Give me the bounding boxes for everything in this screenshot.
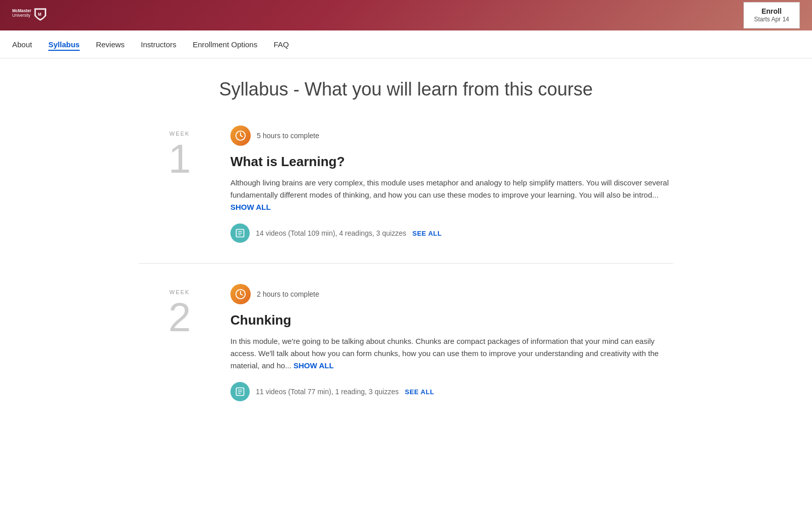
week-title-1: What is Learning?: [230, 154, 673, 170]
nav-item-syllabus[interactable]: Syllabus: [48, 38, 80, 51]
nav-item-faq[interactable]: FAQ: [274, 38, 289, 51]
enroll-label: Enroll: [754, 7, 789, 16]
logo-text: McMaster University M: [12, 4, 48, 26]
show-all-link-1[interactable]: SHOW ALL: [230, 203, 270, 211]
week-desc-2: In this module, we're going to be talkin…: [230, 335, 673, 372]
week-content-1: 5 hours to complete What is Learning? Al…: [220, 125, 673, 243]
week-desc-1: Although living brains are very complex,…: [230, 177, 673, 213]
content-icon-1: [230, 224, 250, 243]
content-meta-row-1: 14 videos (Total 109 min), 4 readings, 3…: [230, 224, 673, 243]
nav-item-instructors[interactable]: Instructors: [141, 38, 177, 51]
clock-icon-1: [230, 125, 251, 146]
content-meta-row-2: 11 videos (Total 77 min), 1 reading, 3 q…: [230, 382, 673, 401]
page-title: Syllabus - What you will learn from this…: [139, 79, 673, 100]
show-all-link-2[interactable]: SHOW ALL: [293, 361, 333, 370]
see-all-link-2[interactable]: SEE ALL: [405, 388, 434, 396]
week-section-1: WEEK 1 5 hours to complete What is Learn…: [139, 125, 673, 264]
clock-icon-2: [230, 284, 251, 304]
enroll-sublabel: Starts Apr 14: [754, 16, 789, 24]
time-text-1: 5 hours to complete: [257, 132, 319, 140]
content-icon-2: [230, 382, 250, 401]
nav-item-about[interactable]: About: [12, 38, 32, 51]
time-text-2: 2 hours to complete: [257, 290, 319, 298]
time-row-1: 5 hours to complete: [230, 125, 673, 146]
week-label-col-1: WEEK 1: [139, 125, 220, 243]
week-section-2: WEEK 2 2 hours to complete Chunking In t…: [139, 284, 673, 422]
time-row-2: 2 hours to complete: [230, 284, 673, 304]
content-meta-text-1: 14 videos (Total 109 min), 4 readings, 3…: [256, 229, 407, 237]
svg-text:M: M: [38, 12, 42, 17]
see-all-link-1[interactable]: SEE ALL: [413, 230, 442, 237]
week-content-2: 2 hours to complete Chunking In this mod…: [220, 284, 673, 401]
enroll-button[interactable]: Enroll Starts Apr 14: [743, 2, 800, 28]
week-number-1: 1: [168, 136, 191, 181]
logo-area: McMaster University M: [12, 4, 48, 26]
nav-item-enrollment[interactable]: Enrollment Options: [193, 38, 258, 51]
nav-item-reviews[interactable]: Reviews: [96, 38, 125, 51]
week-title-2: Chunking: [230, 312, 673, 328]
header: McMaster University M Enroll Starts Apr …: [0, 0, 812, 30]
main-content: Syllabus - What you will learn from this…: [127, 58, 685, 472]
week-label-col-2: WEEK 2: [139, 284, 220, 401]
nav-bar: About Syllabus Reviews Instructors Enrol…: [0, 30, 812, 58]
week-number-2: 2: [168, 295, 191, 340]
svg-text:McMaster: McMaster: [12, 9, 31, 13]
content-meta-text-2: 11 videos (Total 77 min), 1 reading, 3 q…: [256, 388, 399, 396]
svg-text:University: University: [12, 13, 31, 18]
